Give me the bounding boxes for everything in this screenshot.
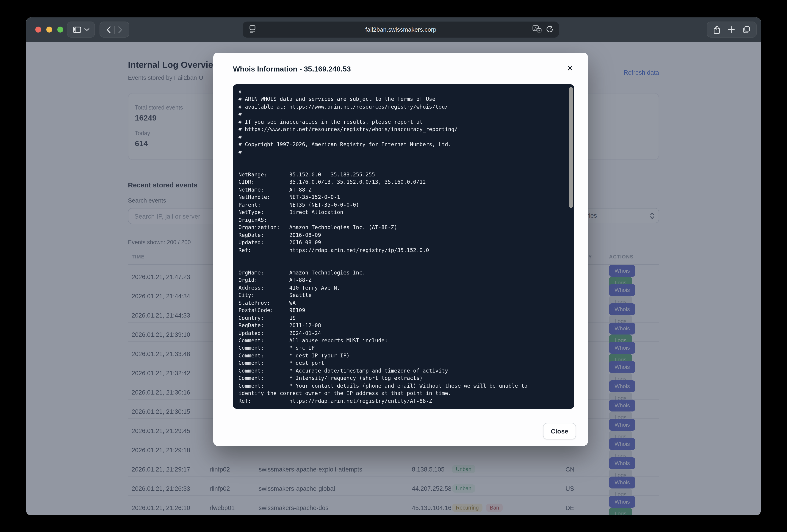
svg-text:★: ★ bbox=[538, 29, 540, 32]
sidebar-toggle-button[interactable] bbox=[67, 22, 95, 38]
back-button[interactable] bbox=[106, 26, 111, 33]
window-close-button[interactable] bbox=[35, 27, 41, 32]
svg-text:A: A bbox=[534, 26, 537, 31]
address-bar[interactable]: fail2ban.swissmakers.corp A★ bbox=[242, 22, 559, 38]
new-tab-icon[interactable] bbox=[728, 26, 735, 33]
close-button[interactable]: Close bbox=[543, 423, 576, 439]
terminal-scrollbar[interactable] bbox=[569, 87, 573, 208]
whois-modal: Whois Information - 35.169.240.53 ✕ # # … bbox=[213, 53, 588, 446]
browser-window: fail2ban.swissmakers.corp A★ bbox=[26, 17, 761, 515]
share-icon[interactable] bbox=[713, 25, 721, 34]
tab-overview-icon[interactable] bbox=[742, 25, 750, 34]
whois-output-terminal: # # ARIN WHOIS data and services are sub… bbox=[233, 84, 574, 409]
close-icon[interactable]: ✕ bbox=[565, 63, 575, 74]
translate-icon[interactable]: A★ bbox=[532, 25, 541, 35]
screenshot-root: fail2ban.swissmakers.corp A★ bbox=[0, 0, 787, 532]
toolbar-right-group bbox=[707, 22, 757, 38]
window-zoom-button[interactable] bbox=[57, 27, 63, 32]
whois-output-text: # # ARIN WHOIS data and services are sub… bbox=[233, 84, 574, 408]
modal-title: Whois Information - 35.169.240.53 bbox=[233, 65, 351, 73]
url-text: fail2ban.swissmakers.corp bbox=[242, 26, 559, 33]
page-content: Internal Log Overview Events stored by F… bbox=[26, 42, 761, 515]
page-format-icon[interactable] bbox=[249, 25, 256, 36]
forward-button[interactable] bbox=[118, 26, 123, 33]
browser-titlebar: fail2ban.swissmakers.corp A★ bbox=[26, 17, 761, 42]
nav-divider bbox=[114, 25, 115, 34]
window-minimize-button[interactable] bbox=[46, 27, 52, 32]
nav-button-group bbox=[100, 22, 129, 38]
sidebar-icon bbox=[73, 26, 81, 33]
chevron-down-icon bbox=[84, 28, 89, 31]
reload-icon[interactable] bbox=[546, 25, 554, 35]
